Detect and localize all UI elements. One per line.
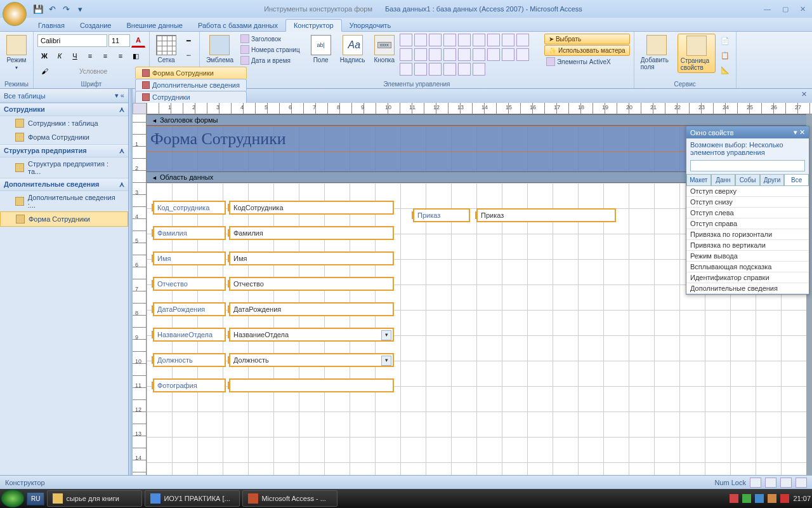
tab-external[interactable]: Внешние данные xyxy=(119,20,190,31)
prop-object-combo[interactable] xyxy=(690,160,805,171)
prop-row[interactable]: Отступ снизу xyxy=(686,197,809,208)
start-button[interactable] xyxy=(1,490,24,507)
field-control[interactable] xyxy=(229,378,394,392)
view-layout-icon[interactable] xyxy=(780,478,792,488)
logo-button[interactable]: Эмблема xyxy=(204,34,236,65)
controls-gallery[interactable] xyxy=(400,34,539,76)
add-fields-button[interactable]: Добавить поля xyxy=(638,34,675,72)
view-design-icon[interactable] xyxy=(750,478,761,488)
field-control[interactable]: Отчество xyxy=(229,277,394,291)
align-right-icon[interactable]: ≡ xyxy=(114,49,128,63)
property-sheet[interactable]: Окно свойств▾ ✕ Возможен выбор: Нескольк… xyxy=(686,126,809,295)
office-button[interactable] xyxy=(3,2,27,26)
prop-pin-icon[interactable]: ▾ xyxy=(794,128,797,136)
font-size-combo[interactable] xyxy=(108,34,130,47)
field-control[interactable]: Фамилия xyxy=(229,226,394,240)
more5-icon[interactable] xyxy=(429,63,442,76)
code-icon[interactable]: 📄 xyxy=(718,34,732,48)
more1-icon[interactable] xyxy=(502,48,514,61)
tray-icon-5[interactable] xyxy=(780,494,789,503)
more4-icon[interactable] xyxy=(414,63,427,76)
chevron-left-icon[interactable]: ▾ « xyxy=(115,91,124,100)
language-indicator[interactable]: RU xyxy=(27,492,44,505)
view-form-icon[interactable] xyxy=(765,478,776,488)
label-control-button[interactable]: AaНадпись xyxy=(337,34,368,65)
field-label[interactable]: Должность xyxy=(153,353,226,367)
tray-icon-2[interactable] xyxy=(742,494,751,503)
doc-tab[interactable]: Форма Сотрудники xyxy=(135,67,247,79)
combo-icon[interactable] xyxy=(400,34,412,46)
toggle-icon[interactable] xyxy=(443,48,456,61)
field-control[interactable]: Имя xyxy=(229,251,394,265)
fill-color-icon[interactable]: ◧ xyxy=(129,49,143,63)
align-center-icon[interactable]: ≡ xyxy=(98,49,112,63)
nav-item[interactable]: Форма Сотрудники xyxy=(0,211,128,227)
field-control[interactable]: НазваниеОтдела xyxy=(229,328,394,342)
prop-row[interactable]: Всплывающая подсказка xyxy=(686,262,809,272)
textbox-control-button[interactable]: ab|Поле xyxy=(308,34,334,65)
undo-icon[interactable]: ↶ xyxy=(46,3,58,15)
prop-tab[interactable]: Макет xyxy=(686,174,711,185)
nav-group-header[interactable]: Дополнительные сведения⋏ xyxy=(0,178,128,191)
taskbar-button[interactable]: ИОУ1 ПРАКТИКА [... xyxy=(145,490,240,507)
chart-icon[interactable] xyxy=(414,48,427,61)
button-control-button[interactable]: xxxxКнопка xyxy=(371,34,396,65)
att-icon[interactable] xyxy=(487,48,500,61)
view-button[interactable]: Режим▾ xyxy=(4,34,29,72)
vertical-ruler[interactable]: 1234567891011121314 xyxy=(133,114,147,475)
tray-icon-3[interactable] xyxy=(755,494,764,503)
rect-icon[interactable] xyxy=(458,34,471,46)
underline-icon[interactable]: Ч xyxy=(68,49,82,63)
tab-arrange[interactable]: Упорядочить xyxy=(342,20,398,31)
nav-item[interactable]: Форма Сотрудники xyxy=(0,130,128,144)
clock[interactable]: 21:07 xyxy=(793,495,811,502)
taskbar-button[interactable]: сырье для книги xyxy=(47,490,142,507)
prop-row[interactable]: Отступ справа xyxy=(686,218,809,229)
field-label[interactable]: Фотография xyxy=(153,378,226,392)
prop-list[interactable]: Отступ сверхуОтступ снизуОтступ слеваОтс… xyxy=(686,186,809,294)
unbound-icon[interactable] xyxy=(429,48,442,61)
maximize-button[interactable]: ▢ xyxy=(778,4,792,15)
close-button[interactable]: ✕ xyxy=(796,4,809,15)
field-label[interactable]: НазваниеОтдела xyxy=(153,328,226,342)
font-color-icon[interactable]: A xyxy=(131,34,145,48)
format-painter-icon[interactable]: 🖌 xyxy=(37,64,51,78)
field-control[interactable]: КодСотрудника xyxy=(229,201,394,215)
ruler-corner[interactable] xyxy=(133,103,147,114)
field-label[interactable]: ДатаРождения xyxy=(153,302,226,316)
tray-icon-1[interactable] xyxy=(730,494,738,503)
prop-row[interactable]: Дополнительные сведения xyxy=(686,283,809,294)
field-control[interactable]: Приказ xyxy=(476,208,616,222)
field-control[interactable]: Должность xyxy=(229,353,394,367)
prop-row[interactable]: Привязка по горизонтали xyxy=(686,229,809,240)
nav-group-header[interactable]: Сотрудники⋏ xyxy=(0,103,128,116)
minimize-button[interactable]: — xyxy=(760,4,775,15)
field-label[interactable]: Код_сотрудника xyxy=(153,201,226,215)
doc-tab[interactable]: Дополнительные сведения xyxy=(135,79,247,91)
prop-row[interactable]: Отступ слева xyxy=(686,208,809,218)
select-button[interactable]: ➤Выбрать xyxy=(544,34,630,44)
listbox-icon[interactable] xyxy=(414,34,427,46)
field-label[interactable]: Приказ xyxy=(413,208,470,222)
more6-icon[interactable] xyxy=(443,63,456,76)
more2-icon[interactable] xyxy=(516,48,529,61)
link-icon[interactable] xyxy=(473,48,485,61)
prop-tab[interactable]: Собы xyxy=(735,174,760,185)
nav-item[interactable]: Дополнительные сведения :... xyxy=(0,191,128,211)
nav-group-header[interactable]: Структура предприятия⋏ xyxy=(0,144,128,157)
tab-design[interactable]: Конструктор xyxy=(285,19,342,32)
view-datasheet-icon[interactable] xyxy=(796,478,807,488)
tab-close-icon[interactable]: ✕ xyxy=(799,90,809,98)
save-icon[interactable]: 💾 xyxy=(32,3,44,15)
tab-home[interactable]: Главная xyxy=(30,20,72,31)
doc-tab[interactable]: Сотрудники xyxy=(135,91,247,103)
prop-row[interactable]: Привязка по вертикали xyxy=(686,240,809,251)
prop-row[interactable]: Отступ сверху xyxy=(686,186,809,197)
more-icon[interactable]: 📐 xyxy=(718,63,732,77)
bold-icon[interactable]: Ж xyxy=(37,49,51,63)
nav-header[interactable]: Все таблицы▾ « xyxy=(0,89,128,103)
title-button[interactable]: Заголовок xyxy=(239,34,302,44)
tray-icon-4[interactable] xyxy=(768,494,776,503)
prop-row[interactable]: Идентификатор справки xyxy=(686,272,809,283)
tab-order-icon[interactable]: 📋 xyxy=(718,48,732,62)
